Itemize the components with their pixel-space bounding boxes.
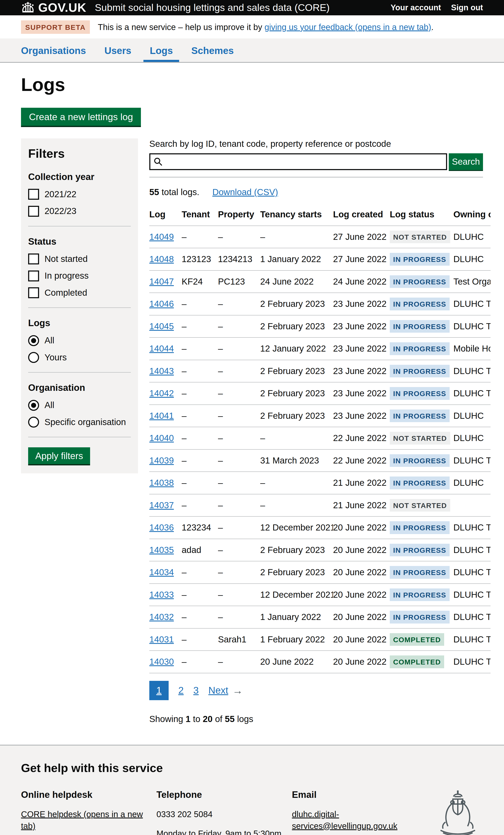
crown-icon <box>21 2 35 13</box>
radio-logs-yours[interactable]: Yours <box>28 352 131 363</box>
footer-item: CORE helpdesk (opens in a new tab) <box>21 808 148 832</box>
status-badge: NOT STARTED <box>390 230 450 243</box>
cell-owning-organisation: Mobile Housing <box>453 338 490 360</box>
log-link[interactable]: 14034 <box>149 567 174 577</box>
log-link[interactable]: 14035 <box>149 545 174 555</box>
cell-owning-organisation: DLUHC Test <box>453 516 490 539</box>
cell-log: 14035 <box>149 539 182 562</box>
log-link[interactable]: 14030 <box>149 657 174 667</box>
checkbox-status-completed[interactable]: Completed <box>28 287 131 299</box>
log-link[interactable]: 14048 <box>149 254 174 264</box>
log-link[interactable]: 14033 <box>149 590 174 599</box>
footer-item: 0333 202 5084 <box>157 808 283 820</box>
table-row: 14032––1 January 202220 June 2022IN PROG… <box>149 606 490 628</box>
cell-log-created: 20 June 2022 <box>333 628 390 651</box>
radio-circle[interactable] <box>28 335 39 346</box>
cell-log: 14030 <box>149 651 182 673</box>
cell-log-status: IN PROGRESS <box>390 360 453 383</box>
table-row: 14035adad–2 February 202320 June 2022IN … <box>149 539 490 562</box>
pagination-page-2[interactable]: 2 <box>178 685 184 697</box>
cell-tenancy-starts: 12 December 2021 <box>260 584 333 606</box>
status-badge: COMPLETED <box>390 633 444 646</box>
radio-circle[interactable] <box>28 352 39 363</box>
search-button[interactable]: Search <box>449 153 483 170</box>
total-count: 55 total logs. <box>149 187 199 198</box>
your-account-link[interactable]: Your account <box>390 3 441 13</box>
checkbox-status-not-started[interactable]: Not started <box>28 253 131 265</box>
download-csv-link[interactable]: Download (CSV) <box>212 187 278 198</box>
log-link[interactable]: 14038 <box>149 478 174 488</box>
checkbox-box[interactable] <box>28 206 39 217</box>
footer-item-link[interactable]: dluhc.digital-services@levellingup.gov.u… <box>292 810 397 831</box>
log-link[interactable]: 14045 <box>149 321 174 331</box>
govuk-logo[interactable]: GOV.UK <box>21 0 86 15</box>
cell-log-status: IN PROGRESS <box>390 293 453 315</box>
nav-item-schemes[interactable]: Schemes <box>185 38 240 62</box>
nav-item-logs[interactable]: Logs <box>143 38 179 62</box>
nav-item-users[interactable]: Users <box>98 38 138 62</box>
radio-logs-all[interactable]: All <box>28 335 131 346</box>
radio-organisation-specific-organisation[interactable]: Specific organisation <box>28 417 131 428</box>
log-link[interactable]: 14041 <box>149 411 174 421</box>
cell-property: Sarah1 <box>218 628 260 651</box>
support-beta-tag: SUPPORT BETA <box>21 20 90 34</box>
cell-property: – <box>218 561 260 584</box>
log-link[interactable]: 14044 <box>149 344 174 353</box>
nav-item-organisations[interactable]: Organisations <box>15 38 92 62</box>
cell-tenant: – <box>182 427 218 449</box>
govuk-header: GOV.UK Submit social housing lettings an… <box>0 0 504 15</box>
checkbox-box[interactable] <box>28 270 39 281</box>
cell-tenant: – <box>182 606 218 628</box>
filter-divider <box>28 226 131 226</box>
cell-tenant: 123123 <box>182 248 218 270</box>
cell-tenancy-starts: 2 February 2023 <box>260 293 333 315</box>
log-link[interactable]: 14042 <box>149 388 174 398</box>
log-link[interactable]: 14049 <box>149 232 174 242</box>
filter-option-label: Yours <box>44 352 67 363</box>
footer-arms-wrap <box>427 789 483 835</box>
cell-tenant: – <box>182 628 218 651</box>
cell-owning-organisation: DLUHC Test <box>453 293 490 315</box>
pagination-next-link[interactable]: Next <box>208 685 228 697</box>
cell-owning-organisation: DLUHC Test <box>453 561 490 584</box>
radio-organisation-all[interactable]: All <box>28 400 131 411</box>
checkbox-box[interactable] <box>28 189 39 200</box>
log-link[interactable]: 14032 <box>149 612 174 622</box>
showing-summary: Showing 1 to 20 of 55 logs <box>149 714 483 725</box>
log-link[interactable]: 14040 <box>149 433 174 443</box>
log-link[interactable]: 14046 <box>149 299 174 309</box>
apply-filters-button[interactable]: Apply filters <box>28 447 90 464</box>
cell-owning-organisation: DLUHC <box>453 427 490 449</box>
log-link[interactable]: 14047 <box>149 277 174 286</box>
checkbox-box[interactable] <box>28 253 39 264</box>
radio-circle[interactable] <box>28 400 39 411</box>
col-header-tenant: Tenant <box>182 206 218 226</box>
log-link[interactable]: 14039 <box>149 455 174 465</box>
filter-option-label: All <box>44 335 54 346</box>
checkbox-status-in-progress[interactable]: In progress <box>28 270 131 281</box>
filter-group-status: StatusNot startedIn progressCompleted <box>28 236 131 299</box>
log-link[interactable]: 14036 <box>149 523 174 532</box>
checkbox-collection-year-2022-23[interactable]: 2022/23 <box>28 206 131 217</box>
search-input[interactable] <box>149 153 447 170</box>
feedback-link[interactable]: giving us your feedback (opens in a new … <box>265 22 431 32</box>
showing-from: 1 <box>186 714 190 724</box>
pagination-page-3[interactable]: 3 <box>194 685 199 697</box>
radio-circle[interactable] <box>28 417 39 428</box>
cell-owning-organisation: DLUHC Test <box>453 449 490 472</box>
cell-log-created: 23 June 2022 <box>333 405 390 427</box>
checkbox-box[interactable] <box>28 287 39 298</box>
create-lettings-log-button[interactable]: Create a new lettings log <box>21 108 141 126</box>
checkbox-collection-year-2021-22[interactable]: 2021/22 <box>28 189 131 200</box>
footer-item-link[interactable]: CORE helpdesk (opens in a new tab) <box>21 810 143 831</box>
pagination-page-current[interactable]: 1 <box>149 681 169 700</box>
cell-tenant: – <box>182 293 218 315</box>
log-link[interactable]: 14037 <box>149 500 174 510</box>
footer-item: dluhc.digital-services@levellingup.gov.u… <box>292 808 419 832</box>
service-name[interactable]: Submit social housing lettings and sales… <box>95 1 329 14</box>
cell-log: 14042 <box>149 382 182 405</box>
log-link[interactable]: 14043 <box>149 366 174 376</box>
sign-out-link[interactable]: Sign out <box>451 3 483 13</box>
log-link[interactable]: 14031 <box>149 634 174 644</box>
cell-log-created: 20 June 2022 <box>333 561 390 584</box>
